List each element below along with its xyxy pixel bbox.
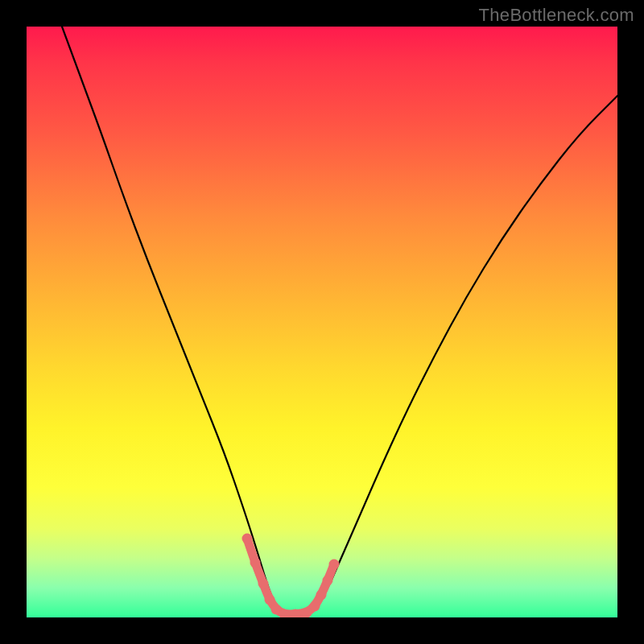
valley-dot <box>242 534 253 544</box>
bottleneck-curve-svg <box>27 27 617 617</box>
chart-frame: TheBottleneck.com <box>0 0 644 644</box>
plot-area <box>27 27 617 617</box>
watermark-text: TheBottleneck.com <box>479 5 634 26</box>
valley-dot <box>250 558 261 568</box>
valley-dot <box>310 601 320 612</box>
valley-dot <box>316 590 327 601</box>
valley-dot <box>329 559 340 570</box>
valley-highlight <box>247 539 334 614</box>
bottleneck-curve <box>62 27 617 614</box>
valley-dot <box>323 576 333 586</box>
valley-dot <box>265 595 275 605</box>
valley-dot <box>258 579 269 589</box>
